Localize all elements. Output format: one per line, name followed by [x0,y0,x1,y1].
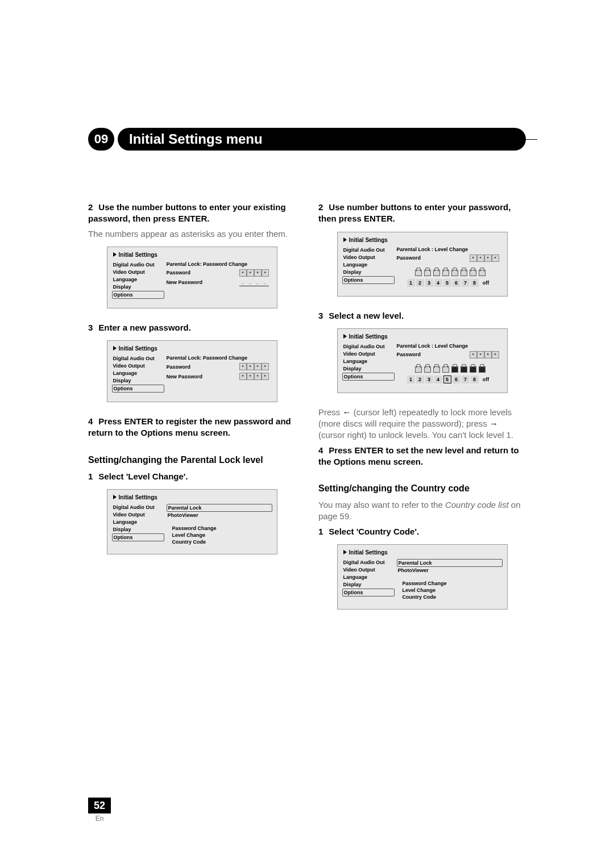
screenshot-title-text: Initial Settings [349,333,388,340]
chapter-title: Initial Settings menu [118,128,526,151]
step-number: 3 [318,311,323,320]
pane-title: Parental Lock : Level Change [397,343,503,349]
lock-open-icon [423,268,431,276]
lock-open-icon [459,268,467,276]
option-item: Level Change [403,587,503,593]
row-label: Password [397,352,421,357]
play-icon [113,494,117,500]
step-4: 4Press ENTER to register the new passwor… [88,416,296,439]
lock-open-icon [432,268,440,276]
chapter-number: 09 [88,128,114,151]
row-label: Password [397,255,421,261]
page-number: 52 [88,798,111,813]
password-row: Password **** [167,363,272,370]
lock-open-icon [423,364,431,372]
level-num: 2 [416,279,424,287]
menu-item: Language [112,276,164,283]
password-dots: **** [239,363,269,370]
submenu-item: PhotoViewer [167,512,272,519]
screenshot-title: Initial Settings [343,237,503,243]
menu-item-selected: Options [342,589,395,596]
menu-item: Display [342,365,395,372]
row-label: Password [167,364,191,370]
screenshot-level-change-1: Initial Settings Digital Audio Out Video… [337,232,508,297]
screenshot-password-change-2: Initial Settings Digital Audio Out Video… [107,340,277,402]
level-num: 3 [425,375,433,383]
screenshot-title: Initial Settings [113,494,272,500]
text: Press [318,407,343,417]
pane-title: Parental Lock : Level Change [397,247,503,252]
row-label: Password [167,270,191,276]
screenshot-level-change-2: Initial Settings Digital Audio Out Video… [337,328,508,393]
menu-list: Digital Audio Out Video Output Language … [112,261,164,299]
step-text: Use number buttons to enter your passwor… [318,202,511,223]
screenshot-title-text: Initial Settings [349,549,388,556]
level-num: 5 [443,279,451,287]
level-num: 1 [407,279,415,287]
step-text: Select 'Country Code'. [329,527,419,536]
lock-open-icon [478,268,486,276]
step-number: 2 [88,202,93,212]
menu-item: Digital Audio Out [112,504,164,511]
menu-item: Display [342,581,395,588]
lock-open-icon [414,364,422,372]
page-language: En [88,815,111,823]
option-item: Country Code [172,539,272,545]
level-num: 1 [407,375,415,383]
lock-icons-row [397,268,503,276]
step-number: 3 [88,323,93,332]
menu-list: Digital Audio Out Video Output Language … [342,343,395,383]
level-num: 8 [471,375,479,383]
screenshot-title: Initial Settings [343,549,503,556]
step-text: Select 'Level Change'. [98,471,188,481]
menu-item: Language [342,261,395,268]
menu-item: Video Output [112,362,164,369]
level-off: off [480,279,492,287]
screenshot-title-text: Initial Settings [119,252,157,258]
row-label: New Password [167,374,203,379]
submenu-item-selected: Parental Lock [397,559,503,567]
text: (cursor right) to unlock levels. You can… [318,430,513,440]
step-1: 1Select 'Level Change'. [88,471,296,482]
password-row: Password **** [397,351,503,358]
menu-list: Digital Audio Out Video Output Language … [342,559,395,600]
text-italic: Country code list [445,500,509,510]
lock-closed-icon [459,364,467,372]
menu-list: Digital Audio Out Video Output Language … [112,504,164,545]
option-item: Password Change [403,581,503,586]
menu-item: Digital Audio Out [342,343,395,350]
password-row: Password **** [397,254,503,262]
row-label: New Password [167,279,203,285]
right-column: 2Use number buttons to enter your passwo… [318,202,526,623]
menu-list: Digital Audio Out Video Output Language … [342,247,395,287]
option-item: Level Change [172,532,272,538]
menu-item: Digital Audio Out [112,261,164,268]
step-2: 2Use the number buttons to enter your ex… [88,202,296,225]
new-password-dots: **** [239,373,269,380]
menu-item: Video Output [112,269,164,276]
screenshot-password-change-1: Initial Settings Digital Audio Out Video… [107,247,277,308]
menu-item: Language [112,370,164,377]
menu-item: Video Output [112,511,164,518]
menu-item: Video Output [342,254,395,261]
screenshot-title-text: Initial Settings [119,345,157,352]
play-icon [113,252,117,258]
menu-item: Display [342,269,395,276]
section-heading-country-code: Setting/changing the Country code [318,483,526,494]
option-item: Password Change [172,525,272,531]
password-row: Password **** [167,269,272,277]
screenshot-title: Initial Settings [113,252,272,258]
password-dots: **** [239,269,269,277]
submenu-item: PhotoViewer [397,567,503,574]
step-3: 3Select a new level. [318,310,526,322]
level-numbers-row: 12345678off [397,375,503,383]
password-dots: **** [470,254,499,262]
step-text: Use the number buttons to enter your exi… [88,202,286,223]
menu-item: Language [112,519,164,525]
password-dots: **** [470,351,499,358]
screenshot-title: Initial Settings [343,333,503,340]
new-password-dots: ____ [239,279,269,286]
level-num: 3 [425,279,433,287]
step-number: 2 [318,202,323,212]
menu-list: Digital Audio Out Video Output Language … [112,355,164,393]
